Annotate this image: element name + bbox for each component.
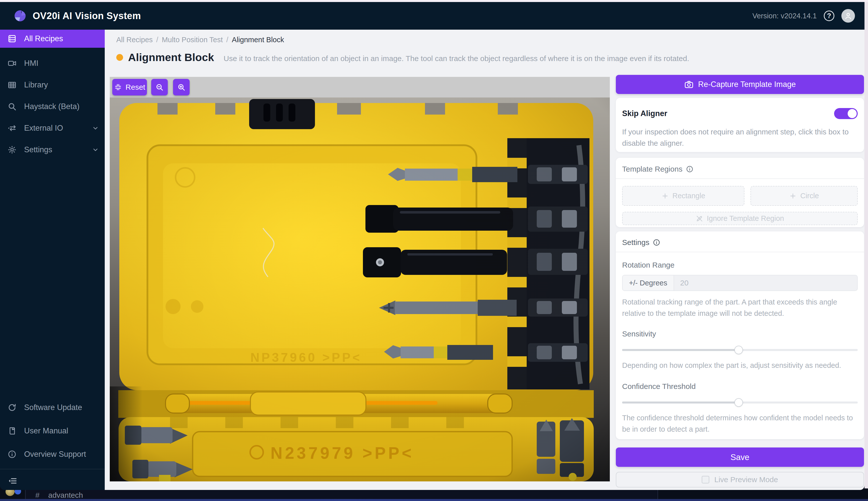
save-button-label: Save	[730, 452, 749, 462]
reset-view-button[interactable]: Reset	[112, 79, 147, 95]
template-regions-card: Template Regions Rectangle Circle	[616, 158, 864, 227]
breadcrumb-recipe[interactable]: Multo Position Test	[162, 36, 223, 44]
slider-fill	[622, 349, 739, 351]
sidebar-item-software-update[interactable]: Software Update	[0, 398, 105, 417]
reset-button-label: Reset	[126, 83, 145, 92]
sensitivity-slider[interactable]	[622, 346, 858, 354]
breadcrumb: All Recipes / Multo Position Test / Alig…	[116, 36, 284, 44]
window-right-edge	[865, 2, 868, 488]
settings-panel: Re-Capture Template Image Skip Aligner I…	[616, 75, 864, 488]
dropdown-item-label: advantech	[48, 491, 83, 500]
topbar: OV20i AI Vision System Version: v2024.14…	[0, 2, 865, 30]
ignore-button-label: Ignore Template Region	[707, 214, 784, 223]
slider-knob[interactable]	[734, 398, 743, 407]
confidence-threshold-label: Confidence Threshold	[622, 382, 858, 391]
window-top-edge	[0, 0, 868, 2]
sidebar-divider	[0, 469, 105, 469]
sidebar-item-overview-support[interactable]: Overview Support	[0, 445, 105, 463]
sidebar-item-label: HMI	[24, 59, 39, 68]
ignore-template-region-button[interactable]: Ignore Template Region	[622, 212, 858, 225]
rotation-range-field: +/- Degrees	[622, 275, 858, 291]
breadcrumb-separator: /	[156, 36, 158, 44]
zoom-out-button[interactable]	[151, 79, 168, 95]
library-grid-icon	[8, 81, 17, 89]
rotation-range-label: Rotation Range	[622, 261, 858, 269]
sensitivity-label: Sensitivity	[622, 330, 858, 338]
avatar[interactable]	[842, 9, 855, 23]
settings-section-title: Settings	[622, 238, 649, 247]
slider-knob[interactable]	[734, 346, 743, 354]
degrees-prefix: +/- Degrees	[622, 275, 674, 290]
info-circle-icon[interactable]	[686, 165, 693, 173]
external-io-icon	[8, 124, 17, 133]
hash-icon: #	[33, 491, 42, 500]
sidebar-item-label: User Manual	[24, 426, 68, 435]
sidebar-item-label: External IO	[24, 124, 63, 133]
sidebar-item-library[interactable]: Library	[0, 76, 105, 94]
plus-icon	[661, 192, 669, 200]
toggle-knob	[848, 109, 857, 118]
sidebar-item-hmi[interactable]: HMI	[0, 54, 105, 72]
recipes-icon	[8, 34, 17, 43]
app-logo-icon	[14, 10, 26, 22]
sidebar-item-label: Library	[24, 81, 48, 89]
zoom-in-icon	[177, 83, 186, 92]
camera-icon	[684, 79, 694, 89]
skip-aligner-toggle[interactable]	[834, 108, 858, 119]
sidebar-item-user-manual[interactable]: User Manual	[0, 422, 105, 440]
skip-aligner-card: Skip Aligner If your inspection does not…	[616, 98, 864, 152]
page-description: Use it to track the orientation of an ob…	[224, 52, 689, 63]
sidebar-item-label: Overview Support	[24, 450, 86, 459]
skip-aligner-label: Skip Aligner	[622, 109, 667, 118]
rectangle-button-label: Rectangle	[672, 192, 705, 200]
sidebar-item-all-recipes[interactable]: All Recipes	[0, 30, 105, 48]
main-content: All Recipes / Multo Position Test / Alig…	[105, 30, 865, 490]
rotation-range-help: Rotational tracking range of the part. A…	[622, 297, 858, 319]
hmi-camera-icon	[8, 59, 17, 68]
circle-button-label: Circle	[800, 192, 819, 200]
info-circle-icon[interactable]	[653, 239, 660, 246]
help-icon[interactable]: ?	[824, 11, 834, 21]
page-title: Alignment Block	[128, 51, 214, 64]
center-focus-icon	[114, 83, 122, 91]
sidebar-item-haystack[interactable]: Haystack (Beta)	[0, 97, 105, 116]
skip-aligner-help: If your inspection does not require an a…	[622, 126, 858, 149]
plus-icon	[789, 192, 797, 200]
status-dot	[116, 54, 123, 61]
rotation-range-input[interactable]	[674, 275, 857, 290]
divider	[616, 178, 864, 179]
sidebar-item-label: Haystack (Beta)	[24, 102, 80, 111]
add-rectangle-region-button[interactable]: Rectangle	[622, 186, 745, 206]
sidebar-footer: Software Update User Manual Overview Sup…	[0, 398, 105, 490]
aligner-settings-card: Settings Rotation Range +/- Degrees Rota…	[616, 232, 864, 439]
zoom-in-button[interactable]	[173, 79, 189, 95]
refresh-icon	[8, 403, 17, 412]
confidence-threshold-slider[interactable]	[622, 398, 858, 407]
live-preview-mode-button[interactable]: Live Preview Mode	[616, 472, 864, 488]
page-header: Alignment Block Use it to track the orie…	[116, 51, 689, 64]
sidebar-item-label: All Recipes	[24, 34, 63, 43]
version-label: Version: v2024.14.1	[752, 12, 817, 20]
divider	[616, 252, 864, 252]
recapture-button-label: Re-Capture Template Image	[698, 80, 796, 89]
recapture-template-button[interactable]: Re-Capture Template Image	[616, 75, 864, 94]
live-preview-label: Live Preview Mode	[714, 476, 778, 484]
confidence-threshold-help: The confidence threshold determines how …	[622, 412, 858, 435]
breadcrumb-all-recipes[interactable]: All Recipes	[116, 36, 153, 44]
add-circle-region-button[interactable]: Circle	[750, 186, 858, 206]
sidebar-item-label: Settings	[24, 145, 52, 154]
live-preview-checkbox[interactable]	[702, 476, 709, 483]
book-icon	[8, 426, 17, 435]
collapse-sidebar-button[interactable]	[0, 473, 105, 489]
gear-icon	[8, 145, 17, 154]
window-edge	[0, 499, 868, 501]
sidebar-item-external-io[interactable]: External IO	[0, 119, 105, 137]
template-image[interactable]: NP37960 >PP<	[110, 97, 610, 481]
sidebar-item-settings[interactable]: Settings	[0, 141, 105, 159]
info-circle-icon	[8, 450, 17, 459]
save-button[interactable]: Save	[616, 447, 864, 467]
pen-off-icon	[696, 215, 703, 222]
image-viewer: Reset	[110, 77, 610, 481]
sidebar: All Recipes HMI Library Haystack (Beta) …	[0, 30, 105, 490]
slider-fill	[622, 402, 739, 404]
